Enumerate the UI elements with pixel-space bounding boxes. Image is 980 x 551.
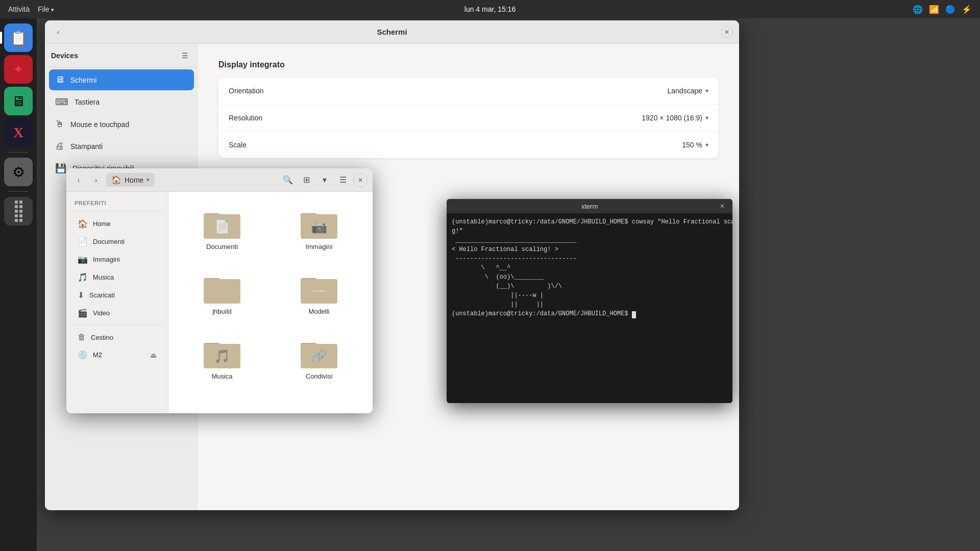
home-sidebar-icon: 🏠 [78,219,88,229]
xterm-icon: X [13,124,23,141]
m2-sidebar-icon: 💿 [78,350,88,360]
stampanti-icon: 🖨 [55,141,64,152]
sidebar-item-mouse[interactable]: 🖱 Mouse e touchpad [49,114,194,135]
settings-sidebar-items: 🖥 Schermi ⌨ Tastiera 🖱 Mouse e touchpad … [45,67,198,181]
video-sidebar-icon: 🎬 [78,308,88,318]
musica-label: Musica [211,372,232,380]
sidebar-menu-button[interactable]: ☰ [178,48,192,63]
sidebar-item-stampanti[interactable]: 🖨 Stampanti [49,136,194,157]
condivisi-label: Condivisi [306,372,333,380]
scale-dropdown-icon: ▾ [705,141,708,148]
fm-view-button[interactable]: ⊞ [298,172,314,188]
xterm-cursor [632,311,636,318]
mouse-label: Mouse e touchpad [70,120,129,129]
fm-item-documenti[interactable]: 📄 Documenti [177,200,267,259]
tastiera-icon: ⌨ [55,96,68,108]
xterm-line-4: < Hello Fractional scaling! > [452,245,727,254]
fm-item-jhbuild[interactable]: jhbuild [177,265,267,323]
wifi-icon[interactable]: 📶 [929,5,939,14]
stampanti-label: Stampanti [70,142,103,151]
xterm-line-6: \ ^__^ [452,263,727,272]
dock-item-git[interactable]: ✦ [4,55,33,84]
video-sidebar-label: Video [93,309,110,317]
m2-sidebar-label: M2 [93,351,102,359]
musica-folder-icon: 🎵 [204,338,240,368]
xterm-line-10: || || [452,300,727,309]
filemanager-sidebar: Preferiti 🏠 Home 📄 Documenti 📷 Immagini … [66,192,168,413]
fm-sidebar-documenti[interactable]: 📄 Documenti [69,233,165,251]
files-icon: 📋 [10,30,28,46]
fm-sidebar-m2[interactable]: 💿 M2 ⏏ [69,346,165,364]
bluetooth-icon[interactable]: 🔵 [945,5,955,14]
eject-icon[interactable]: ⏏ [150,351,157,359]
sidebar-separator [72,211,162,212]
settings-close-button[interactable]: ✕ [721,26,733,38]
scale-text: 150 % [682,141,702,149]
musica-sidebar-label: Musica [93,273,114,281]
fm-sidebar-scaricati[interactable]: ⬇ Scaricati [69,286,165,304]
apps-grid-icon [12,197,26,225]
sidebar-item-tastiera[interactable]: ⌨ Tastiera [49,91,194,113]
filemanager-window: ‹ › 🏠 Home ▾ 🔍 ⊞ ▾ ☰ ✕ Preferiti 🏠 Home … [66,168,373,413]
xterm-body[interactable]: (unstable)marco@tricky:/data/GNOME/JHBUI… [447,213,732,403]
immagini-folder-icon: 📷 [301,208,337,239]
system-menu-icon[interactable]: ⚡ [962,5,972,14]
fm-sidebar-home[interactable]: 🏠 Home [69,215,165,233]
cestino-sidebar-icon: 🗑 [78,333,86,342]
dispositivi-icon: 💾 [55,163,66,174]
dock-item-files[interactable]: 📋 [4,23,33,52]
documenti-overlay-icon: 📄 [214,219,230,235]
fm-back-button[interactable]: ‹ [71,173,86,187]
settings-title: Schermi [377,28,407,36]
datetime-display: lun 4 mar, 15:16 [464,5,516,13]
filemanager-body: Preferiti 🏠 Home 📄 Documenti 📷 Immagini … [66,192,373,413]
activities-label[interactable]: Attività [8,5,30,13]
orientation-label: Orientation [229,87,263,95]
fm-location-bar[interactable]: 🏠 Home ▾ [106,173,155,187]
fm-item-immagini[interactable]: 📷 Immagini [274,200,364,259]
file-menu[interactable]: File ▾ [38,5,54,13]
fm-forward-button[interactable]: › [89,173,103,187]
sidebar-item-schermi[interactable]: 🖥 Schermi [49,69,194,90]
fm-sidebar-immagini[interactable]: 📷 Immagini [69,251,165,268]
fm-sidebar-musica[interactable]: 🎵 Musica [69,268,165,286]
scaricati-sidebar-icon: ⬇ [78,290,84,300]
settings-card: Orientation Landscape ▾ Resolution 1920 … [218,78,719,158]
fm-item-musica[interactable]: 🎵 Musica [177,330,267,388]
fm-close-button[interactable]: ✕ [353,173,368,187]
orientation-text: Landscape [667,87,702,95]
dock-item-settings[interactable]: ⚙ [4,158,33,186]
xterm-line-3: _________________________________ [452,236,727,245]
topbar: Attività File ▾ lun 4 mar, 15:16 🌐 📶 🔵 ⚡ [0,0,980,18]
scale-value[interactable]: 150 % ▾ [682,141,708,149]
dock-item-display[interactable]: 🖥 [4,87,33,115]
fm-sidebar-video[interactable]: 🎬 Video [69,304,165,322]
modelli-overlay-icon: ╌╌ [312,285,326,298]
globe-icon[interactable]: 🌐 [913,5,923,14]
resolution-dropdown-icon: ▾ [705,114,708,121]
fm-item-modelli[interactable]: ╌╌ Modelli [274,265,364,323]
xterm-titlebar: xterm ✕ [447,199,732,213]
xterm-line-2: g!" [452,227,727,236]
dock-item-xterm[interactable]: X [4,118,33,147]
xterm-line-7: \ (oo)\________ [452,272,727,282]
fm-toolbar: 🔍 ⊞ ▾ ☰ ✕ [280,172,368,188]
dock-item-apps[interactable] [4,197,33,226]
filemanager-titlebar: ‹ › 🏠 Home ▾ 🔍 ⊞ ▾ ☰ ✕ [66,168,373,192]
fm-search-button[interactable]: 🔍 [280,172,296,188]
dock-separator-2 [8,191,29,192]
dock-separator [8,152,29,153]
resolution-row: Resolution 980 × 551 (16:9) ▾ [218,105,719,132]
resolution-value[interactable]: 980 × 551 (16:9) ▾ [642,114,708,122]
display-icon: 🖥 [11,93,26,110]
xterm-close-button[interactable]: ✕ [717,201,727,211]
fm-item-condivisi[interactable]: 🔗 Condivisi [274,330,364,388]
xterm-line-9: ||----w | [452,291,727,300]
orientation-value[interactable]: Landscape ▾ [667,87,708,95]
settings-back-button[interactable]: ‹ [51,25,65,39]
settings-sidebar-nav: Devices ☰ [45,44,198,67]
fm-sidebar-cestino[interactable]: 🗑 Cestino [69,329,165,346]
fm-sort-button[interactable]: ▾ [316,172,333,188]
fm-menu-button[interactable]: ☰ [335,172,351,188]
musica-overlay-icon: 🎵 [214,348,230,364]
